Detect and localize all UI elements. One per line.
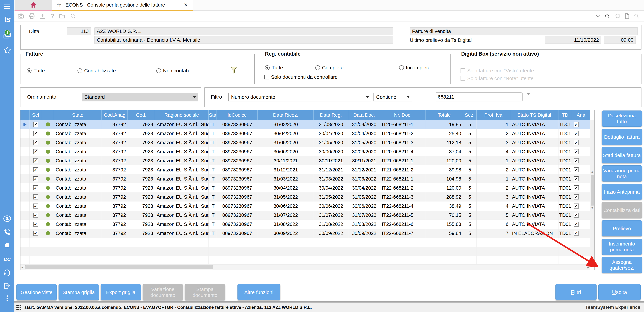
ana-checkbox[interactable]	[574, 167, 579, 172]
vertical-scrollbar[interactable]: ▲ ▼	[590, 120, 594, 264]
ordinamento-select[interactable]: Standard	[82, 93, 198, 101]
support-button[interactable]	[0, 267, 14, 277]
column-header-prot_iva[interactable]: Prot. Iva	[477, 110, 510, 120]
tab-close-icon[interactable]: ×	[183, 1, 188, 9]
ec-button[interactable]: ec	[0, 254, 14, 264]
column-header-data_doc[interactable]: Data Doc.	[348, 110, 380, 120]
scroll-right-icon[interactable]: ▸	[587, 264, 589, 270]
column-header-sez[interactable]: Sez.	[463, 110, 477, 120]
row-select-checkbox[interactable]	[33, 204, 38, 209]
dettaglio-fattura-button[interactable]: Dettaglio fattura	[602, 129, 642, 145]
ana-checkbox[interactable]	[574, 122, 579, 127]
column-header-data_ricez[interactable]: Data Ricez.	[258, 110, 314, 120]
column-header-marker[interactable]	[20, 110, 30, 120]
table-row[interactable]: Contabilizzata377927923Amazon EU S.Ã r.l…	[20, 120, 590, 129]
column-header-sel[interactable]: Sel	[30, 110, 42, 120]
row-select-checkbox[interactable]	[33, 140, 38, 145]
scroll-up-icon[interactable]: ▲	[590, 170, 594, 173]
inizio-anteprima-button[interactable]: Inizio Anteprima	[602, 184, 642, 200]
active-tab[interactable]: ☆ ECONS - Console per la gestione delle …	[52, 0, 193, 10]
row-select-checkbox[interactable]	[33, 213, 38, 218]
menu-button[interactable]	[0, 2, 14, 12]
funnel-icon[interactable]	[230, 66, 238, 74]
radio-reg-tutte[interactable]: Tutte	[265, 65, 283, 71]
print-icon[interactable]	[29, 13, 35, 19]
company-name-field[interactable]: A2Z WORLD S.R.L.	[94, 27, 393, 35]
row-select-checkbox[interactable]	[33, 149, 38, 154]
user-button[interactable]	[0, 214, 14, 224]
open-windows-button[interactable]: 1	[0, 31, 14, 41]
column-header-totale[interactable]: Totale	[426, 110, 463, 120]
upload-icon[interactable]	[40, 13, 46, 19]
scroll-left-icon[interactable]: ◂	[22, 264, 23, 270]
checkbox-solo-documenti[interactable]: Solo documenti da controllare	[264, 74, 338, 80]
phone-button[interactable]	[0, 227, 14, 237]
filter-field-select[interactable]: Numero documento	[228, 93, 371, 101]
uscita-button[interactable]: Uscita	[598, 284, 641, 300]
more-options-button[interactable]	[0, 293, 14, 303]
help-icon[interactable]: ?	[50, 13, 54, 20]
column-header-ragione_sociale[interactable]: Ragione sociale	[155, 110, 209, 120]
table-row[interactable]: Contabilizzata377927923Amazon EU S.Ã r.l…	[20, 147, 590, 156]
ana-checkbox[interactable]	[574, 131, 579, 136]
radio-fatture-contabilizzate[interactable]: Contabilizzate	[78, 68, 116, 74]
row-select-checkbox[interactable]	[33, 222, 38, 227]
radio-fatture-tutte[interactable]: Tutte	[27, 68, 45, 74]
search-icon[interactable]	[604, 13, 610, 19]
ana-checkbox[interactable]	[574, 149, 579, 154]
variazione-prima-nota-button[interactable]: Variazione prima nota	[602, 166, 642, 182]
radio-reg-complete[interactable]: Complete	[315, 65, 344, 71]
table-row[interactable]: Contabilizzata377927923Amazon EU S.Ã r.l…	[20, 156, 590, 165]
row-select-checkbox[interactable]	[33, 176, 38, 181]
ana-checkbox[interactable]	[574, 204, 579, 209]
horizontal-scroll-thumb[interactable]	[25, 265, 213, 269]
variazione-documento-button[interactable]: Variazione documento	[143, 284, 183, 300]
stampa-griglia-button[interactable]: Stampa griglia	[58, 284, 99, 300]
ana-checkbox[interactable]	[574, 213, 579, 218]
row-select-checkbox[interactable]	[33, 195, 38, 200]
column-header-stato_ts_digital[interactable]: Stato TS Digital	[510, 110, 558, 120]
column-header-cod[interactable]: Cod.	[128, 110, 155, 120]
table-row[interactable]: Contabilizzata377927923Amazon EU S.Ã r.l…	[20, 229, 590, 238]
filter-operator-select[interactable]: Contiene	[374, 93, 412, 101]
table-row[interactable]: Contabilizzata377927923Amazon EU S.Ã r.l…	[20, 138, 590, 147]
prelievo-button[interactable]: Prelievo	[602, 220, 642, 236]
table-row[interactable]: Contabilizzata377927923Amazon EU S.Ã r.l…	[20, 165, 590, 174]
ana-checkbox[interactable]	[574, 231, 579, 236]
notifications-button[interactable]	[0, 240, 14, 251]
home-tab[interactable]	[15, 0, 52, 10]
altre-funzioni-button[interactable]: Altre funzioni	[238, 284, 280, 300]
table-row[interactable]: Contabilizzata377927923Amazon EU S.Ã r.l…	[20, 211, 590, 220]
logout-button[interactable]	[0, 281, 14, 291]
row-select-checkbox[interactable]	[33, 131, 38, 136]
column-header-nr_doc[interactable]: Nr. Doc.	[380, 110, 426, 120]
vertical-scroll-thumb[interactable]	[591, 175, 594, 206]
column-header-stato[interactable]: Stato	[54, 110, 102, 120]
column-header-data_reg[interactable]: Data Reg.	[314, 110, 348, 120]
company-code-field[interactable]: 113	[67, 27, 91, 35]
ana-checkbox[interactable]	[574, 222, 579, 227]
export-griglia-button[interactable]: Export griglia	[100, 284, 141, 300]
stati-della-fattura-button[interactable]: Stati della fattura	[602, 147, 642, 163]
column-header-sta[interactable]: Sta	[209, 110, 217, 120]
filter-history-chevron-icon[interactable]	[527, 95, 530, 98]
column-header-ana[interactable]: Ana	[572, 110, 590, 120]
radio-fatture-non-contab[interactable]: Non contab.	[156, 68, 190, 74]
contabilizza-dati-button[interactable]: Contabilizza dati	[602, 202, 642, 218]
row-select-checkbox[interactable]	[33, 185, 38, 190]
ana-checkbox[interactable]	[574, 158, 579, 163]
row-select-checkbox[interactable]	[33, 158, 38, 163]
scroll-down-icon[interactable]: ▼	[590, 207, 594, 210]
inserimento-prima-nota-button[interactable]: Inserimento prima nota	[602, 239, 642, 255]
row-select-checkbox[interactable]	[33, 167, 38, 172]
favorites-button[interactable]	[0, 45, 14, 55]
ana-checkbox[interactable]	[574, 185, 579, 190]
folder-icon[interactable]	[59, 13, 65, 19]
table-row[interactable]: Contabilizzata377927923Amazon EU S.Ã r.l…	[20, 202, 590, 211]
table-row[interactable]: Contabilizzata377927923Amazon EU S.Ã r.l…	[20, 183, 590, 193]
horizontal-scrollbar[interactable]: ◂ ▸	[20, 264, 590, 270]
search-secondary-icon[interactable]	[634, 13, 640, 19]
tab-favorite-star-icon[interactable]: ☆	[56, 2, 62, 8]
column-header-cod_anag[interactable]: Cod.Anag	[102, 110, 128, 120]
radio-reg-incomplete[interactable]: Incomplete	[399, 65, 430, 71]
